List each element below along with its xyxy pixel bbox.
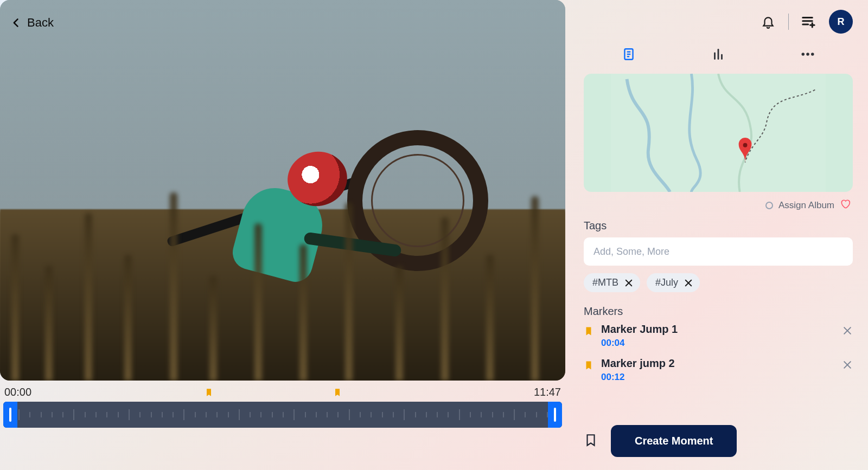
svg-point-16 [743, 143, 748, 147]
tabs [584, 44, 853, 64]
tags-input-wrap [584, 237, 853, 266]
back-button[interactable]: Back [11, 15, 54, 30]
add-bookmark-icon[interactable] [584, 432, 598, 450]
tags-label: Tags [584, 220, 853, 232]
left-pane: Back 00:00 11:47 [0, 0, 565, 470]
divider [788, 14, 789, 30]
tab-more[interactable] [798, 44, 818, 64]
avatar[interactable]: R [829, 10, 853, 34]
timeline-track[interactable] [3, 402, 562, 428]
right-pane: R Assign Album Tags [565, 0, 868, 470]
notifications-icon[interactable] [760, 14, 776, 30]
svg-point-12 [802, 53, 805, 56]
svg-point-14 [811, 53, 814, 56]
marker-delete-icon[interactable] [842, 325, 853, 338]
marker-item[interactable]: Marker Jump 1 00:04 [584, 323, 853, 349]
trim-handle-left[interactable] [3, 402, 17, 428]
tag-chip: #July [647, 273, 700, 292]
assign-album-radio[interactable] [765, 202, 773, 209]
tab-stats[interactable] [709, 44, 728, 64]
timeline-flag-icon[interactable] [333, 387, 342, 401]
assign-album-label[interactable]: Assign Album [778, 200, 834, 211]
timeline-flag-icon[interactable] [205, 387, 213, 401]
markers-label: Markers [584, 305, 853, 318]
marker-item[interactable]: Marker jump 2 00:12 [584, 357, 853, 383]
bookmark-icon [584, 325, 593, 339]
tag-chip-label: #MTB [592, 277, 618, 288]
marker-time: 00:04 [601, 338, 834, 349]
topbar: R [584, 10, 853, 34]
chevron-left-icon [11, 15, 22, 30]
marker-delete-icon[interactable] [842, 359, 853, 372]
svg-rect-15 [611, 74, 826, 192]
timeline-end: 11:47 [534, 386, 561, 398]
trim-handle-right[interactable] [548, 402, 562, 428]
timeline: 00:00 11:47 [0, 381, 565, 470]
video-preview[interactable]: Back [0, 0, 565, 381]
create-moment-button[interactable]: Create Moment [611, 425, 737, 457]
bookmark-icon [584, 359, 593, 374]
tab-details[interactable] [619, 44, 639, 64]
marker-time: 00:12 [601, 372, 834, 383]
svg-point-13 [807, 53, 810, 56]
playlist-add-icon[interactable] [801, 14, 817, 30]
back-label: Back [27, 16, 54, 30]
tag-remove-icon[interactable] [684, 278, 693, 288]
timeline-start: 00:00 [4, 386, 31, 398]
tag-chips: #MTB #July [584, 273, 853, 292]
tag-chip-label: #July [655, 277, 678, 288]
marker-title: Marker jump 2 [601, 357, 834, 370]
map-preview[interactable] [584, 74, 853, 192]
markers-list: Marker Jump 1 00:04 Marker jump 2 00:12 [584, 323, 853, 383]
favorite-icon[interactable] [840, 198, 851, 212]
marker-title: Marker Jump 1 [601, 323, 834, 336]
tags-input[interactable] [593, 246, 843, 257]
tag-remove-icon[interactable] [624, 278, 634, 288]
tag-chip: #MTB [584, 273, 640, 292]
